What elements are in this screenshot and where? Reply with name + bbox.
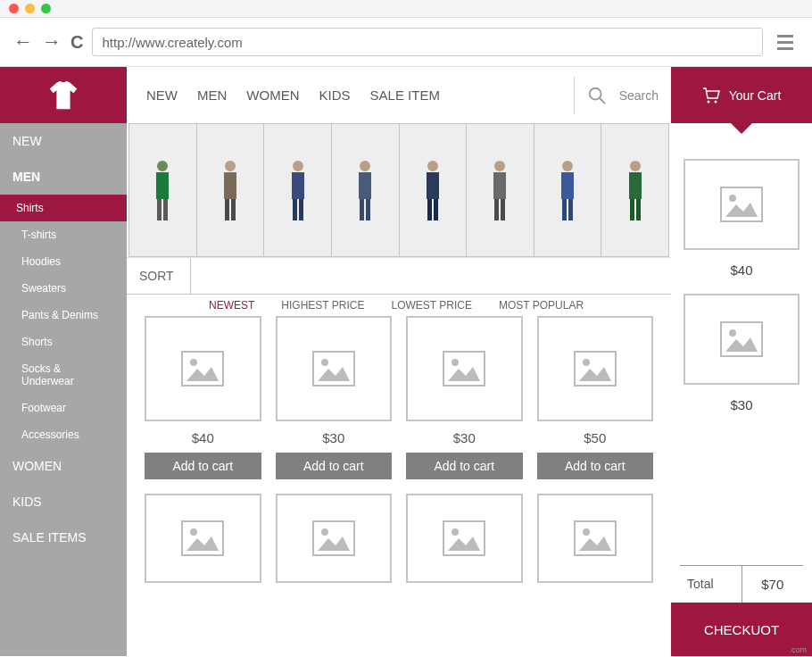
sidebar-item-new[interactable]: NEW — [0, 123, 127, 159]
sidebar-subitem-shirts[interactable]: Shirts — [0, 195, 127, 221]
sidebar-item-men[interactable]: MEN — [0, 159, 127, 195]
product-image[interactable] — [276, 316, 393, 421]
hero-image — [601, 124, 668, 256]
reload-button[interactable]: C — [70, 32, 83, 53]
add-to-cart-button[interactable]: Add to cart — [537, 453, 654, 479]
svg-rect-7 — [224, 172, 236, 199]
sort-newest[interactable]: NEWEST — [209, 299, 254, 312]
product-image[interactable] — [145, 316, 261, 421]
svg-rect-20 — [427, 199, 432, 220]
cart-total: Total $70 — [680, 565, 803, 603]
cart-header[interactable]: Your Cart — [671, 67, 812, 123]
product-image[interactable] — [276, 494, 393, 583]
product-card — [537, 494, 654, 592]
image-placeholder-icon — [574, 351, 617, 387]
svg-rect-28 — [562, 199, 567, 220]
product-image[interactable] — [406, 494, 523, 583]
svg-point-14 — [360, 161, 370, 171]
product-price: $40 — [192, 430, 214, 445]
sidebar-item-women[interactable]: WOMEN — [0, 448, 127, 484]
cart-label: Your Cart — [729, 88, 782, 103]
product-card: $40 Add to cart — [145, 316, 261, 479]
sidebar-subitem-socks[interactable]: Socks & Underwear — [0, 355, 127, 395]
svg-rect-29 — [568, 199, 573, 220]
product-image[interactable] — [537, 316, 654, 421]
hero-image — [332, 124, 400, 256]
svg-rect-24 — [494, 199, 499, 220]
sidebar-subitem-hoodies[interactable]: Hoodies — [0, 248, 127, 275]
image-placeholder-icon — [574, 520, 617, 556]
svg-point-6 — [225, 161, 236, 171]
cart-item-image[interactable] — [684, 294, 800, 385]
hamburger-menu-icon[interactable] — [772, 35, 799, 50]
sidebar: NEW MEN Shirts T-shirts Hoodies Sweaters… — [0, 67, 127, 656]
sidebar-subitem-sweaters[interactable]: Sweaters — [0, 275, 127, 302]
cart-total-label: Total — [680, 566, 742, 603]
cart-item-image[interactable] — [684, 159, 800, 250]
add-to-cart-button[interactable]: Add to cart — [406, 453, 523, 479]
product-image[interactable] — [537, 494, 654, 583]
image-placeholder-icon — [312, 520, 355, 556]
hero-image — [129, 124, 197, 256]
product-image[interactable] — [406, 316, 523, 421]
sidebar-subitem-footwear[interactable]: Footwear — [0, 395, 127, 421]
minimize-dot[interactable] — [25, 4, 35, 13]
url-input[interactable] — [92, 28, 763, 56]
product-price: $30 — [453, 430, 476, 445]
cart-arrow-icon — [731, 123, 752, 134]
sidebar-subitem-pants[interactable]: Pants & Denims — [0, 302, 127, 328]
nav-kids[interactable]: KIDS — [319, 87, 351, 103]
svg-point-35 — [190, 359, 197, 366]
back-button[interactable]: ← — [13, 30, 33, 54]
svg-rect-13 — [299, 199, 303, 220]
image-placeholder-icon — [720, 321, 763, 357]
sort-highest-price[interactable]: HIGHEST PRICE — [281, 299, 364, 312]
sidebar-item-kids[interactable]: KIDS — [0, 484, 127, 520]
svg-rect-12 — [293, 199, 297, 220]
nav-men[interactable]: MEN — [197, 87, 227, 103]
svg-rect-3 — [156, 172, 169, 199]
cart-item: $40 — [684, 159, 800, 278]
nav-women[interactable]: WOMEN — [246, 87, 299, 103]
sort-most-popular[interactable]: MOST POPULAR — [499, 299, 584, 312]
add-to-cart-button[interactable]: Add to cart — [276, 453, 393, 479]
svg-rect-4 — [157, 199, 162, 220]
product-card — [145, 494, 261, 592]
sidebar-subitem-tshirts[interactable]: T-shirts — [0, 221, 127, 248]
cart-item: $30 — [684, 294, 800, 412]
add-to-cart-button[interactable]: Add to cart — [145, 453, 261, 479]
maximize-dot[interactable] — [41, 4, 51, 13]
image-placeholder-icon — [312, 351, 355, 387]
sidebar-subitem-shorts[interactable]: Shorts — [0, 328, 127, 355]
image-placeholder-icon — [443, 351, 485, 387]
image-placeholder-icon — [720, 187, 763, 222]
svg-point-53 — [729, 195, 736, 202]
svg-point-55 — [729, 329, 736, 337]
sidebar-subitem-accessories[interactable]: Accessories — [0, 421, 127, 448]
svg-line-1 — [599, 97, 604, 103]
svg-rect-9 — [231, 199, 236, 220]
sort-bar: SORT — [127, 257, 671, 295]
svg-point-22 — [494, 161, 505, 171]
forward-button[interactable]: → — [42, 30, 62, 54]
search-box[interactable]: Search — [574, 77, 671, 114]
cart-item-price: $30 — [730, 397, 752, 412]
sort-lowest-price[interactable]: LOWEST PRICE — [391, 299, 471, 312]
svg-rect-11 — [292, 172, 304, 199]
svg-rect-33 — [636, 199, 641, 220]
hero-image — [467, 124, 534, 256]
svg-rect-32 — [630, 199, 634, 220]
nav-new[interactable]: NEW — [146, 87, 178, 103]
product-image[interactable] — [145, 494, 261, 583]
svg-point-49 — [583, 528, 590, 536]
svg-point-41 — [583, 359, 590, 366]
svg-rect-27 — [561, 172, 574, 199]
product-price: $50 — [584, 430, 606, 445]
search-placeholder: Search — [619, 88, 659, 103]
logo[interactable] — [0, 67, 127, 123]
nav-sale[interactable]: SALE ITEM — [370, 87, 440, 103]
svg-point-43 — [190, 528, 197, 536]
svg-rect-23 — [493, 172, 506, 199]
close-dot[interactable] — [9, 4, 19, 13]
sidebar-item-sale[interactable]: SALE ITEMS — [0, 520, 127, 555]
